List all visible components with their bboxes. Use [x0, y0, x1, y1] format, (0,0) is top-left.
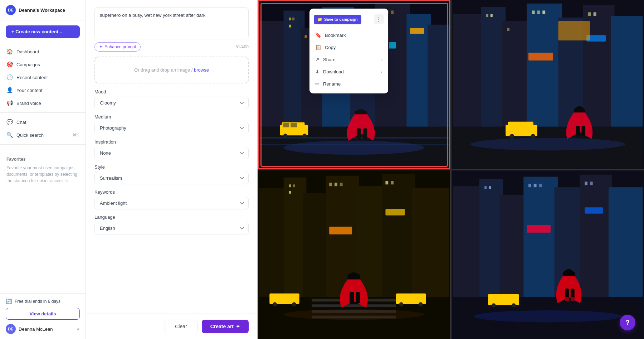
shortcut-label: ⌘K [73, 133, 79, 137]
user-name: Deanna McLean [19, 326, 53, 332]
user-avatar: DE [6, 324, 16, 334]
prompt-textarea[interactable]: superhero on a busy, wet new york street… [94, 7, 249, 39]
context-menu-popup: 📁 Save to campaign ⋮ 🔖 Bookmark 📋 Copy ↗… [309, 9, 388, 93]
svg-rect-114 [528, 184, 531, 187]
language-select[interactable]: EnglishSpanishFrenchGermanPortuguese [94, 222, 249, 234]
mood-group: Mood GloomyHappyDarkBrightMysterious [94, 89, 249, 109]
language-label: Language [94, 214, 249, 220]
svg-rect-51 [507, 28, 509, 31]
svg-rect-127 [565, 297, 569, 301]
style-select[interactable]: SurrealismRealismAbstractMinimalismImpre… [94, 172, 249, 184]
image-grid: 📁 Save to campaign ⋮ 🔖 Bookmark 📋 Copy ↗… [258, 0, 644, 339]
char-count: 51/400 [235, 44, 249, 49]
menu-item-bookmark[interactable]: 🔖 Bookmark [309, 29, 388, 41]
sidebar-header: DE Deanna's Workspace [0, 0, 86, 20]
svg-rect-128 [571, 297, 575, 301]
sidebar-item-label: Brand voice [16, 101, 41, 106]
more-options-button[interactable]: ⋮ [374, 14, 384, 24]
favorites-section: Favorites Favorite your most used campai… [0, 152, 86, 189]
sidebar-item-dashboard[interactable]: 🏠 Dashboard [0, 45, 86, 58]
svg-rect-21 [391, 10, 394, 14]
image-top-right[interactable] [452, 0, 644, 169]
medium-select[interactable]: PhotographyIllustrationPaintingDigital A… [94, 122, 249, 134]
svg-rect-49 [486, 14, 488, 17]
help-button[interactable]: ? [620, 315, 635, 330]
enhance-prompt-button[interactable]: ✦ Enhance prompt [94, 42, 141, 52]
sparkle-icon: ✦ [236, 324, 240, 329]
svg-rect-90 [312, 304, 396, 307]
sidebar-item-quick-search[interactable]: 🔍 Quick search ⌘K [0, 129, 86, 141]
svg-rect-65 [581, 126, 585, 136]
sidebar-item-label: Campaigns [16, 62, 40, 67]
sidebar-item-your-content[interactable]: 👤 Your content [0, 84, 86, 97]
svg-rect-55 [588, 12, 591, 16]
keywords-select[interactable]: Ambient lightNeon lightsRainShadowsMotio… [94, 197, 249, 209]
image-bottom-right[interactable] [452, 170, 644, 339]
sidebar-item-recent-content[interactable]: 🕐 Recent content [0, 71, 86, 84]
svg-rect-12 [304, 35, 307, 38]
svg-point-102 [399, 302, 404, 306]
nav-items: 🏠 Dashboard 🎯 Campaigns 🕐 Recent content… [0, 43, 86, 152]
keywords-label: Keywords [94, 189, 249, 195]
svg-rect-97 [356, 292, 360, 303]
medium-label: Medium [94, 114, 249, 120]
create-content-button[interactable]: + Create new content... [6, 25, 80, 38]
svg-rect-40 [363, 129, 367, 139]
sidebar-item-chat[interactable]: 💬 Chat [0, 116, 86, 129]
download-icon: ⬇ [315, 69, 319, 74]
svg-rect-80 [289, 190, 291, 193]
svg-point-28 [284, 141, 424, 155]
sidebar-item-brand-voice[interactable]: 📢 Brand voice [0, 97, 86, 110]
drop-zone-text: Or drag and drop an image / [134, 67, 194, 73]
content-footer: Clear Create art ✦ [86, 314, 257, 339]
browse-link[interactable]: browse [194, 67, 209, 73]
menu-item-copy[interactable]: 📋 Copy [309, 41, 388, 53]
favorites-title: Favorites [6, 157, 79, 162]
image-bottom-left[interactable] [258, 170, 450, 339]
svg-point-99 [273, 302, 277, 306]
keywords-group: Keywords Ambient lightNeon lightsRainSha… [94, 189, 249, 209]
drop-zone[interactable]: Or drag and drop an image / browse [94, 57, 249, 83]
mood-select[interactable]: GloomyHappyDarkBrightMysterious [94, 97, 249, 109]
svg-rect-39 [357, 129, 361, 139]
inspiration-select[interactable]: NoneCinematicComicVintageModern [94, 147, 249, 159]
menu-item-share[interactable]: ↗ Share › [309, 53, 388, 66]
style-group: Style SurrealismRealismAbstractMinimalis… [94, 164, 249, 184]
svg-point-69 [531, 134, 536, 139]
user-info: DE Deanna McLean [6, 324, 53, 334]
workspace-name: Deanna's Workspace [19, 8, 65, 13]
svg-point-36 [303, 134, 307, 138]
dashboard-icon: 🏠 [6, 48, 13, 55]
trial-icon: 🔄 [6, 299, 12, 304]
sidebar-item-campaigns[interactable]: 🎯 Campaigns [0, 58, 86, 71]
nav-divider [0, 112, 86, 113]
view-details-button[interactable]: View details [6, 308, 80, 320]
main-form-panel: superhero on a busy, wet new york street… [86, 0, 258, 339]
svg-rect-24 [410, 28, 424, 34]
enhance-icon: ✦ [99, 44, 103, 49]
mood-label: Mood [94, 89, 249, 95]
svg-point-93 [284, 309, 424, 320]
save-to-campaign-button[interactable]: 📁 Save to campaign [314, 15, 361, 24]
clear-button[interactable]: Clear [165, 320, 197, 333]
svg-rect-9 [289, 18, 291, 20]
copy-icon: 📋 [315, 44, 321, 50]
your-content-icon: 👤 [6, 87, 13, 93]
svg-point-61 [470, 138, 625, 150]
svg-rect-10 [292, 18, 294, 20]
svg-rect-78 [289, 184, 291, 187]
svg-rect-50 [491, 14, 493, 17]
download-label: Download [323, 69, 344, 74]
create-art-button[interactable]: Create art ✦ [202, 320, 249, 333]
svg-rect-83 [340, 183, 343, 186]
svg-rect-120 [585, 207, 603, 214]
menu-item-rename[interactable]: ✏ Rename [309, 78, 388, 90]
rename-icon: ✏ [315, 81, 319, 87]
share-label: Share [323, 57, 336, 62]
sidebar-item-label: Chat [16, 120, 26, 125]
campaign-icon: 📁 [317, 17, 322, 22]
campaigns-icon: 🎯 [6, 61, 13, 68]
menu-item-download[interactable]: ⬇ Download › [309, 66, 388, 78]
trial-text: Free trial ends in 6 days [15, 299, 60, 304]
menu-divider-0 [309, 28, 388, 28]
